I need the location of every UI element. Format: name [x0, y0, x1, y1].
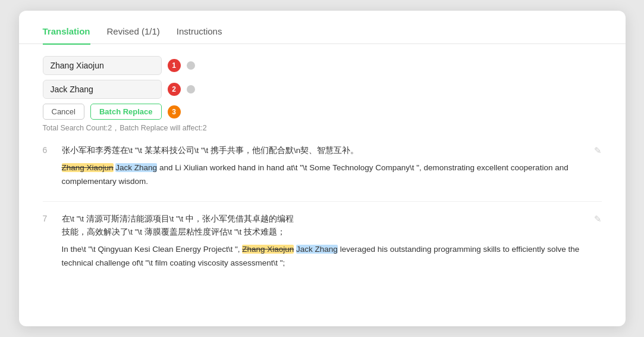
segment-source-6: 张小军和李秀莲在\t "\t 某某科技公司\t "\t 携手共事，他们配合默\n… — [62, 144, 586, 157]
dot-2 — [187, 85, 195, 93]
edit-icon-7[interactable]: ✎ — [594, 214, 602, 270]
highlight-zhang-xiaojun-6: Zhang Xiaojun — [62, 163, 114, 172]
search-row-2: 2 — [43, 80, 602, 99]
highlight-jack-zhang-7: Jack Zhang — [296, 245, 338, 254]
cancel-button[interactable]: Cancel — [43, 104, 84, 120]
main-window: Translation Revised (1/1) Instructions 1… — [19, 11, 626, 326]
tab-bar: Translation Revised (1/1) Instructions — [19, 11, 626, 44]
batch-badge: 3 — [168, 105, 181, 118]
segment-number-6: 6 — [43, 145, 54, 188]
highlight-jack-zhang-6: Jack Zhang — [115, 163, 157, 172]
segment-body-7: 在\t "\t 清源可斯清洁能源项目\t "\t 中，张小军凭借其卓越的编程技能… — [62, 213, 586, 270]
segment-translation-6: Zhang Xiaojun Jack Zhang and Li Xiulian … — [62, 161, 586, 189]
segment-translation-7: In the\t "\t Qingyuan Kesi Clean Energy … — [62, 243, 586, 270]
badge-2: 2 — [168, 83, 181, 96]
tab-translation[interactable]: Translation — [43, 26, 90, 45]
badge-1: 1 — [168, 59, 181, 72]
segment-6: 6 张小军和李秀莲在\t "\t 某某科技公司\t "\t 携手共事，他们配合默… — [43, 144, 602, 188]
content-area: 1 2 Cancel Batch Replace 3 Total Search … — [19, 44, 626, 301]
segment-7: 7 在\t "\t 清源可斯清洁能源项目\t "\t 中，张小军凭借其卓越的编程… — [43, 213, 602, 270]
search-input-1[interactable] — [43, 56, 162, 75]
translation-start-7: In the\t "\t Qingyuan Kesi Clean Energy … — [62, 245, 243, 254]
search-row-1: 1 — [43, 56, 602, 75]
search-input-2[interactable] — [43, 80, 162, 99]
segment-source-7: 在\t "\t 清源可斯清洁能源项目\t "\t 中，张小军凭借其卓越的编程技能… — [62, 213, 586, 238]
segment-body-6: 张小军和李秀莲在\t "\t 某某科技公司\t "\t 携手共事，他们配合默\n… — [62, 144, 586, 188]
status-text: Total Search Count:2，Batch Replace will … — [43, 123, 602, 133]
dot-1 — [187, 61, 195, 70]
segment-number-7: 7 — [43, 214, 54, 270]
highlight-zhang-xiaojun-7: Zhang Xiaojun — [242, 245, 294, 254]
batch-replace-button[interactable]: Batch Replace — [90, 104, 162, 120]
tab-revised[interactable]: Revised (1/1) — [107, 26, 160, 45]
edit-icon-6[interactable]: ✎ — [594, 145, 602, 188]
tab-instructions[interactable]: Instructions — [177, 26, 222, 45]
actions-row: Cancel Batch Replace 3 — [43, 104, 602, 120]
divider — [43, 201, 602, 202]
